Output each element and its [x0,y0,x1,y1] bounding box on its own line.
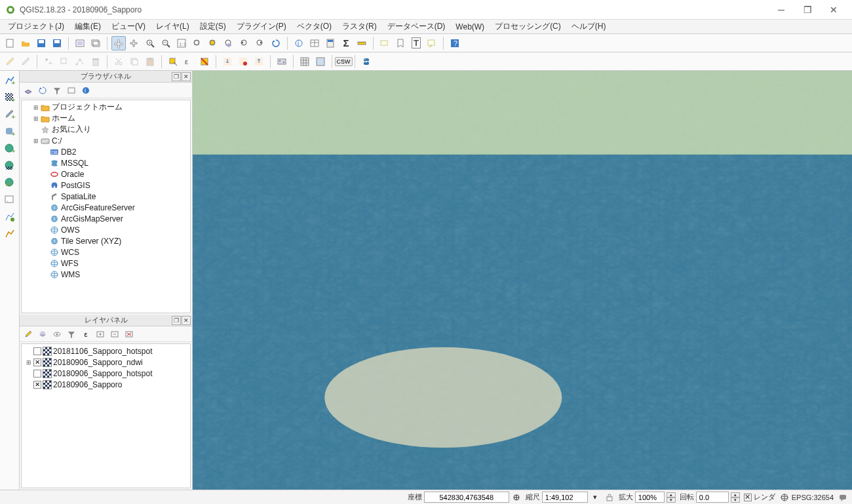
expand-icon[interactable]: ⊞ [32,115,40,122]
zoom-in-button[interactable]: + [143,36,157,50]
menu-ヘルプ[interactable]: ヘルプ(H) [566,20,611,33]
print-composer-button[interactable] [73,36,87,50]
browser-item[interactable]: PostGIS [23,180,189,191]
filter-icon[interactable] [51,85,63,96]
pan-button[interactable] [111,36,126,50]
map-tips-button[interactable] [378,36,392,50]
python-console-button[interactable] [359,54,374,69]
visibility-icon[interactable] [51,328,63,340]
menu-web[interactable]: Web(W) [450,21,490,33]
expand-icon[interactable]: ⊞ [32,138,40,144]
layer-tree[interactable]: 20181106_Sapporo_hotspot⊞✕20180906_Sappo… [21,343,191,488]
expand-icon[interactable]: ⊞ [32,104,40,111]
browser-item[interactable]: WCS [23,246,189,258]
browser-undock-button[interactable]: ❐ [172,72,181,81]
layer-undock-button[interactable]: ❐ [172,316,181,325]
rotation-input[interactable] [696,492,729,503]
field-calc-button[interactable] [323,36,338,50]
layer-checkbox[interactable] [33,370,41,378]
map-canvas[interactable] [193,71,852,490]
identify-button[interactable]: i [292,36,306,50]
scale-input[interactable] [542,492,588,503]
paste-button[interactable] [143,54,157,69]
browser-item[interactable]: ⊞ホーム [23,113,189,124]
add-feature-button[interactable]: + [41,54,56,69]
osm-download-button[interactable] [220,54,235,69]
collapse-icon[interactable] [66,85,77,96]
annotation-button[interactable] [425,36,439,50]
browser-item[interactable]: ArcGisMapServer [23,213,189,224]
add-wcs-button[interactable] [3,159,17,173]
close-button[interactable]: ✕ [821,1,847,19]
layer-item[interactable]: ✕20180906_Sapporo [23,379,189,390]
raster-calc-button[interactable] [298,54,312,69]
add-raster-button[interactable]: + [3,90,17,105]
browser-item[interactable]: OWS [23,224,189,235]
menu-プロジェクト[interactable]: プロジェクト(J) [3,20,69,33]
save-project-button[interactable] [34,36,48,50]
delete-selected-button[interactable] [88,54,103,69]
open-table-button[interactable] [307,36,322,50]
refresh-button[interactable] [269,36,283,50]
menu-ビュー[interactable]: ビュー(V) [106,20,151,33]
csw-button[interactable]: CSW [336,54,351,69]
zoom-next-button[interactable] [253,36,267,50]
add-wfs-button[interactable] [3,176,17,190]
filter-legend-icon[interactable] [66,328,77,340]
stats-button[interactable]: Σ [339,36,353,50]
layer-checkbox[interactable]: ✕ [33,381,41,389]
menu-ラスタ[interactable]: ラスタ(R) [337,20,382,33]
measure-button[interactable] [355,36,369,50]
node-tool-button[interactable] [73,54,87,69]
edit-toggle-button[interactable] [3,54,17,69]
browser-tree[interactable]: ⊞プロジェクトホーム⊞ホームお気に入り⊞C:/DB2DB2MSSQLOracle… [21,100,191,313]
refresh-icon[interactable] [37,85,48,96]
scale-dropdown-icon[interactable]: ▾ [590,492,600,503]
rot-down[interactable]: ▾ [731,497,740,503]
collapse-all-icon[interactable] [109,328,121,340]
open-project-button[interactable] [18,36,33,50]
raster-align-button[interactable] [313,54,328,69]
browser-item[interactable]: ⊞C:/ [23,135,189,146]
zoom-selection-button[interactable] [206,36,220,50]
mag-down[interactable]: ▾ [667,497,676,503]
copy-button[interactable] [127,54,142,69]
magnify-input[interactable] [635,492,665,503]
layer-close-button[interactable]: ✕ [182,316,191,325]
help-button[interactable]: ? [448,36,462,50]
browser-item[interactable]: Oracle [23,168,189,180]
maximize-button[interactable]: ❐ [794,1,821,19]
add-spatialite-button[interactable]: + [3,107,17,122]
menu-設定[interactable]: 設定(S) [195,20,231,33]
crs-icon[interactable] [779,492,790,503]
new-project-button[interactable] [3,36,17,50]
browser-item[interactable]: DB2DB2 [23,146,189,157]
menu-プロセッシング[interactable]: プロセッシング(C) [490,20,566,33]
remove-layer-icon[interactable] [123,328,135,340]
menu-データベース[interactable]: データベース(D) [382,20,451,33]
browser-item[interactable]: お気に入り [23,124,189,135]
new-shapefile-button[interactable] [3,227,17,241]
minimize-button[interactable]: ─ [768,1,794,19]
move-feature-button[interactable] [57,54,71,69]
add-virtual-button[interactable] [3,210,17,224]
georef-button[interactable] [275,54,289,69]
properties-icon[interactable]: i [80,85,92,96]
coord-input[interactable] [424,492,509,503]
add-wms-button[interactable]: + [3,142,17,156]
browser-item[interactable]: Tile Server (XYZ) [23,235,189,246]
osm-import-button[interactable] [236,54,250,69]
zoom-full-button[interactable] [190,36,204,50]
add-layer-icon[interactable] [22,85,34,96]
lock-icon[interactable] [604,492,615,503]
layer-checkbox[interactable]: ✕ [33,359,41,366]
expand-icon[interactable]: ⊞ [26,359,32,366]
layer-item[interactable]: ⊞✕20180906_Sapporo_ndwi [23,357,189,368]
osm-export-button[interactable] [252,54,266,69]
browser-item[interactable]: ⊞プロジェクトホーム [23,102,189,113]
new-bookmark-button[interactable] [393,36,408,50]
edit-save-button[interactable] [18,54,33,69]
extents-icon[interactable] [511,492,522,503]
layer-item[interactable]: 20180906_Sapporo_hotspot [23,368,189,379]
rot-up[interactable]: ▴ [731,492,740,497]
